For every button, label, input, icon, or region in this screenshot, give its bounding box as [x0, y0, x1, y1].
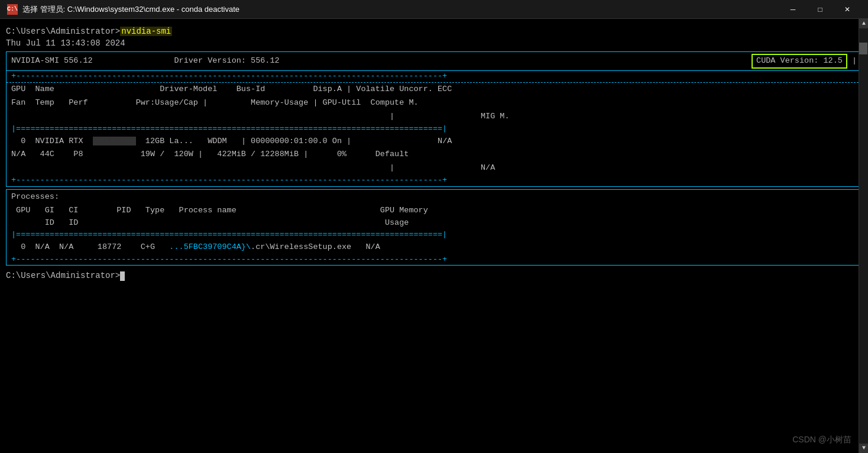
prompt-text: C:\Users\Administrator>: [6, 27, 120, 36]
prompt2-text: C:\Users\Administrator>: [6, 270, 120, 282]
processes-label: Processes:: [7, 190, 861, 205]
proc-header-1: GPU GI CI PID Type Process name GPU Memo…: [7, 205, 861, 217]
window-title: 选择 管理员: C:\Windows\system32\cmd.exe - co…: [22, 4, 779, 15]
cursor-prompt-line: C:\Users\Administrator>: [6, 270, 862, 282]
scrollbar-thumb[interactable]: [859, 43, 867, 54]
smi-header-section: NVIDIA-SMI 556.12 Driver Version: 556.12…: [7, 52, 861, 71]
gpu-row-1: 0 NVIDIA RTX XXXXXXXXX 12GB La... WDDM |…: [7, 135, 861, 148]
window-controls: ─ □ ✕: [779, 0, 861, 19]
timestamp-line: Thu Jul 11 13:43:08 2024: [6, 38, 862, 50]
proc-double-sep: |=======================================…: [7, 229, 861, 241]
scrollbar-up-arrow[interactable]: ▲: [859, 19, 868, 28]
command-input: nvidia-smi: [120, 27, 172, 36]
proc-header-2: ID ID Usage: [7, 217, 861, 229]
maximize-button[interactable]: □: [807, 0, 834, 19]
smi-col-headers-1: GPU Name Driver-Model Bus-Id Disp.A | Vo…: [7, 83, 861, 96]
smi-gpu-bottom-sep: +---------------------------------------…: [7, 175, 861, 186]
app-icon: C:\: [7, 4, 18, 15]
titlebar: C:\ 选择 管理员: C:\Windows\system32\cmd.exe …: [0, 0, 868, 19]
smi-output-box: NVIDIA-SMI 556.12 Driver Version: 556.12…: [6, 51, 862, 187]
scrollbar[interactable]: ▲ ▼: [859, 19, 868, 453]
gpu-row-2: N/A 44C P8 19W / 120W | 422MiB / 12288Mi…: [7, 148, 861, 161]
smi-padding: |: [852, 56, 857, 67]
smi-processes-box: Processes: GPU GI CI PID Type Process na…: [6, 189, 862, 266]
smi-version: NVIDIA-SMI 556.12 Driver Version: 556.12: [11, 56, 752, 67]
cuda-version-highlight: CUDA Version: 12.5: [752, 54, 847, 69]
smi-col-headers-2: Fan Temp Perf Pwr:Usage/Cap | Memory-Usa…: [7, 96, 861, 110]
smi-col-headers-3: | MIG M.: [7, 110, 861, 124]
cursor: [120, 271, 125, 281]
minimize-button[interactable]: ─: [779, 0, 807, 19]
proc-bottom-sep: +---------------------------------------…: [7, 254, 861, 266]
smi-col-sep-top: +---------------------------------------…: [7, 71, 861, 83]
terminal-area: C:\Users\Administrator>nvidia-smi Thu Ju…: [0, 19, 868, 453]
watermark: CSDN @小树苗: [792, 434, 851, 446]
smi-double-sep: |=======================================…: [7, 124, 861, 135]
command-line: C:\Users\Administrator>nvidia-smi: [6, 26, 862, 38]
gpu-row-3: | N/A: [7, 161, 861, 175]
proc-data-row: 0 N/A N/A 18772 C+G ...5FBC39709C4A}\.cr…: [7, 241, 861, 254]
close-button[interactable]: ✕: [834, 0, 861, 19]
scrollbar-down-arrow[interactable]: ▼: [859, 444, 868, 453]
